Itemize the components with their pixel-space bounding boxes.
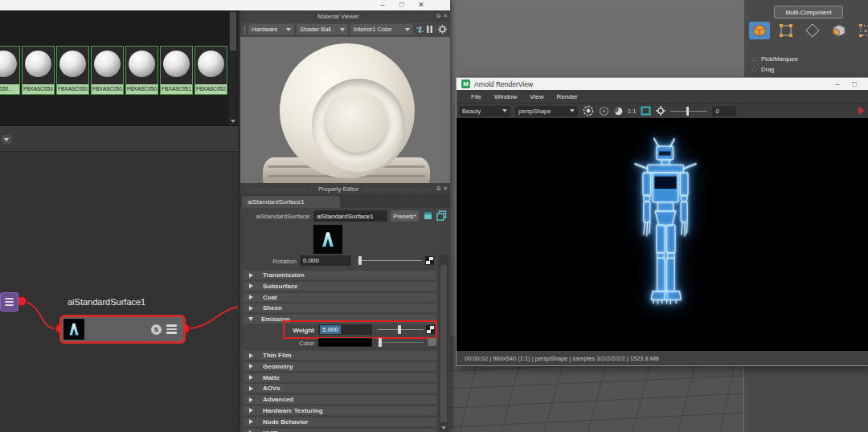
minimize-icon[interactable]: – [378,0,387,10]
node-name-field[interactable]: aiStandardSurface1 [313,210,387,222]
material-swatch[interactable]: FBXASC050... [56,46,89,95]
attribute-section[interactable]: AOVs [244,384,436,393]
copy-tab-icon[interactable] [436,210,447,221]
drag-handle[interactable] [364,14,432,18]
selection-style-option[interactable]: Pick/Marquee [752,54,804,64]
environment-dropdown[interactable]: Interior1 Color [350,24,413,35]
tab-aistandardsurface1[interactable]: aiStandardSurface1 [242,196,340,208]
material-swatch[interactable]: FBXASC050... [125,46,158,95]
toolbar-separator [435,25,436,35]
upstream-node[interactable] [0,292,18,312]
multi-component-icon[interactable]: × [855,22,868,39]
attribute-section[interactable]: UUID [244,429,436,432]
scroll-down-icon[interactable] [441,426,446,430]
selection-style-option[interactable]: Drag [752,64,804,75]
material-swatch[interactable]: ASC050... [0,46,20,95]
radio-icon[interactable] [752,67,756,71]
exposure-field[interactable]: 0 [712,106,736,116]
browser-scrollbar[interactable] [229,10,237,125]
close-icon[interactable]: ✕ [443,13,448,19]
scrollbar-thumb[interactable] [440,265,447,422]
camera-dropdown[interactable]: perspShape [515,106,578,116]
menu-item[interactable]: Render [551,93,584,100]
material-preview-view[interactable] [240,37,450,183]
material-swatch[interactable]: FBXASC052... [194,46,227,95]
rotation-field[interactable]: 0.000 [300,255,351,266]
material-swatch-preview[interactable] [313,225,342,254]
scroll-down-icon[interactable] [231,120,235,123]
property-editor-scrollbar[interactable] [439,255,448,432]
edge-mode-icon[interactable] [802,22,823,39]
minimize-icon[interactable]: – [836,80,840,88]
component-mode-icons: × [749,22,868,39]
drag-handle[interactable] [363,187,432,191]
color-picker-icon[interactable] [428,338,436,346]
section-label: Hardware Texturing [263,407,323,414]
face-mode-icon[interactable] [829,22,850,39]
dropdown-value: Shader Ball [300,26,331,33]
slider-handle[interactable] [358,256,362,265]
abort-render-icon[interactable] [858,107,865,115]
exposure-slider[interactable] [670,106,707,116]
slider-handle[interactable] [686,107,689,116]
menu-item[interactable]: Window [488,93,523,100]
dropdown-value: Hardware [252,26,278,33]
material-ball-icon [198,51,224,77]
close-icon[interactable]: ✕ [416,0,426,10]
attribute-section[interactable]: Advanced [244,395,436,404]
material-swatch[interactable]: FBXASC051... [160,46,193,95]
texture-map-icon[interactable] [425,256,434,265]
attribute-section[interactable]: Thin Film [244,351,436,360]
scrollbar-thumb[interactable] [230,12,236,51]
gear-icon[interactable] [656,106,665,116]
gear-icon[interactable] [438,25,447,34]
toolbar-grip-icon[interactable] [244,25,246,35]
attribute-section[interactable]: Transmission [244,271,436,279]
renderer-dropdown[interactable]: Hardware [248,24,294,35]
refresh-swatch-icon[interactable] [416,26,424,34]
render-region-icon[interactable] [641,106,651,116]
filter-dropdown-button[interactable] [2,135,11,144]
section-label: Node Behavior [263,418,308,426]
radio-icon[interactable] [752,57,756,61]
material-swatch[interactable]: FBXASC050... [91,46,124,95]
color-swatch[interactable] [318,338,372,347]
attribute-section[interactable]: Hardware Texturing [244,406,436,415]
maximize-icon[interactable]: □ [853,80,857,88]
color-management-icon[interactable] [614,107,623,116]
attribute-section[interactable]: Coat [244,293,436,302]
close-icon[interactable]: ✕ [443,185,448,192]
render-viewport[interactable] [457,118,868,351]
vertex-mode-icon[interactable] [776,22,796,39]
isolate-selected-icon[interactable] [599,106,609,116]
rotation-slider[interactable] [358,260,422,261]
show-hide-icon[interactable] [424,210,433,221]
attribute-section[interactable]: Sheen [244,304,436,312]
multi-component-button[interactable]: Multi-Component [774,6,843,18]
menu-item[interactable]: File [465,93,488,100]
menu-item[interactable]: View [523,93,550,100]
attribute-section[interactable]: Geometry [244,362,436,371]
slider-handle[interactable] [379,338,382,347]
start-ipr-icon[interactable] [583,105,594,116]
maximize-icon[interactable]: □ [397,0,407,10]
aov-dropdown[interactable]: Beauty [459,106,510,116]
material-swatch[interactable]: FBXASC050... [22,46,55,95]
color-slider[interactable] [378,342,424,343]
node-graph[interactable]: aiStandardSurface1 S [0,151,238,432]
zoom-ratio-label[interactable]: 1:1 [628,108,636,115]
node-menu-icon[interactable] [166,324,177,334]
attribute-section[interactable]: Node Behavior [244,418,436,426]
aistandardsurface-node[interactable]: S [59,315,186,344]
float-panel-icon[interactable]: ⧉ [436,13,440,19]
float-panel-icon[interactable]: ⧉ [436,185,440,192]
geometry-dropdown[interactable]: Shader Ball [297,24,348,35]
pause-render-icon[interactable] [427,26,432,33]
attribute-section[interactable]: Matte [244,373,436,382]
drag-handle[interactable] [245,14,313,18]
presets-button[interactable]: Presets* [391,210,419,222]
material-ball-icon [0,51,17,77]
object-mode-icon[interactable] [749,22,770,39]
attribute-section[interactable]: Subsurface [244,282,436,291]
drag-handle[interactable] [245,187,313,191]
